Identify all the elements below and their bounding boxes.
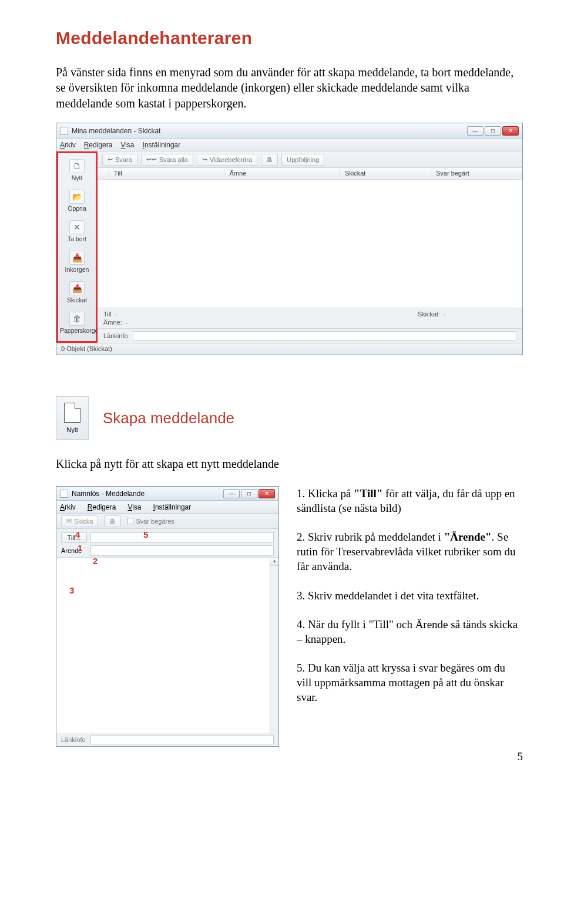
menu-arkiv[interactable]: Arkiv <box>60 503 76 511</box>
btn-vidarebefordra[interactable]: ↪Vidarebefordra <box>197 154 258 166</box>
side-toolbar: 🗋Nytt 📂Öppna ✕Ta bort 📥Inkorgen 📤Skickat… <box>56 151 98 343</box>
field-arende[interactable] <box>90 545 274 556</box>
steps-list: 1. Klicka på "Till" för att välja, du få… <box>297 486 523 719</box>
annot-3: 3 <box>69 585 74 595</box>
menu-redigera[interactable]: Redigera <box>84 141 113 149</box>
col-till[interactable]: Till <box>109 168 224 179</box>
btn-label: Skicka <box>74 518 93 525</box>
doc-icon <box>64 403 80 423</box>
titlebar[interactable]: Mina meddelanden - Skickat — □ ✕ <box>56 123 522 139</box>
window-title: Mina meddelanden - Skickat <box>72 127 160 135</box>
btn-uppfoljning[interactable]: Uppfoljning <box>281 154 324 166</box>
menubar: Arkiv Redigera Visa Inställningar <box>56 139 522 151</box>
menu-installningar[interactable]: Inställningar <box>143 141 181 149</box>
annot-1: 1 <box>78 543 82 553</box>
lbl-arende: Ärende <box>61 547 87 554</box>
page-title: Meddelandehanteraren <box>56 28 523 48</box>
chk-svarbegaras[interactable]: Svar begäres <box>127 518 174 525</box>
btn-label: Uppfoljning <box>287 156 319 163</box>
minimize-button[interactable]: — <box>223 489 240 498</box>
lead-text: Klicka på nytt för att skapa ett nytt me… <box>56 457 523 471</box>
menu-arkiv[interactable]: Arkiv <box>60 141 76 149</box>
scroll-up-icon[interactable]: ▴ <box>270 558 278 566</box>
step-text: 4. När du fyllt i "Till" och Ärende så t… <box>297 617 523 646</box>
sidebtn-tabort[interactable]: ✕Ta bort <box>60 217 94 247</box>
step-text: 1. Klicka på <box>297 487 354 500</box>
doc-icon: 🗋 <box>69 159 85 173</box>
menu-redigera[interactable]: Redigera <box>88 503 116 511</box>
trash-icon: 🗑 <box>69 312 85 326</box>
step-bold: "Till" <box>354 487 382 500</box>
btn-svaraalla[interactable]: ↩↩Svara alla <box>141 154 193 166</box>
compose-window: Namnlös - Meddelande — □ ✕ Arkiv Rediger… <box>56 486 279 747</box>
intro-paragraph: På vänster sida finns en menyrad som du … <box>56 65 523 111</box>
page-number: 5 <box>56 750 523 763</box>
nytt-big-button[interactable]: Nytt <box>56 396 89 440</box>
sidebtn-label: Papperskorgen <box>60 327 102 334</box>
window-icon <box>60 127 68 135</box>
btn-label: Svara alla <box>159 156 188 163</box>
maximize-button[interactable]: □ <box>241 489 257 498</box>
close-button[interactable]: ✕ <box>502 126 519 136</box>
messages-window: Mina meddelanden - Skickat — □ ✕ Arkiv R… <box>56 123 523 355</box>
field-till[interactable] <box>90 532 274 543</box>
sidebtn-nytt[interactable]: 🗋Nytt <box>60 156 94 186</box>
btn-till[interactable]: Till... <box>61 532 87 543</box>
message-list[interactable] <box>98 180 522 308</box>
chk-label: Svar begäres <box>136 518 174 525</box>
sent-icon: 📤 <box>69 281 85 295</box>
nytt-label: Nytt <box>66 426 78 433</box>
linkinfo-field[interactable] <box>90 735 274 744</box>
print-icon: 🖶 <box>266 156 273 163</box>
sidebtn-skickat[interactable]: 📤Skickat <box>60 278 94 308</box>
status-bar: 0 Objekt (Skickat) <box>56 343 522 355</box>
detail-pane: Till - Ämne: - Skickat: - <box>98 308 522 328</box>
btn-print[interactable]: 🖶 <box>261 154 278 166</box>
reply-icon: ↩ <box>108 156 113 163</box>
step-text: 2. Skriv rubrik på meddelandet i <box>297 531 444 543</box>
linkinfo-row: Länkinfo <box>98 328 522 343</box>
linkinfo-field[interactable] <box>133 331 516 340</box>
val-amne: - <box>126 319 128 326</box>
sidebtn-label: Nytt <box>72 174 83 181</box>
sidebtn-oppna[interactable]: 📂Öppna <box>60 186 94 217</box>
lbl-linkinfo: Länkinfo <box>103 332 128 339</box>
annot-4: 4 <box>75 530 80 539</box>
lbl-linkinfo: Länkinfo <box>61 736 86 743</box>
btn-svara[interactable]: ↩Svara <box>102 154 137 166</box>
compose-body[interactable]: ▴ <box>56 557 278 733</box>
inbox-icon: 📥 <box>69 251 85 265</box>
sidebtn-inkorgen[interactable]: 📥Inkorgen <box>60 247 94 278</box>
forward-icon: ↪ <box>202 156 207 163</box>
btn-label: Svara <box>115 156 132 163</box>
close-button[interactable]: ✕ <box>258 489 275 498</box>
sidebtn-label: Skickat <box>67 296 87 303</box>
menu-visa[interactable]: Visa <box>127 503 141 511</box>
sub-heading: Skapa meddelande <box>103 409 234 427</box>
col-svarbegart[interactable]: Svar begärt <box>431 168 522 179</box>
sidebtn-papperskorg[interactable]: 🗑Papperskorgen <box>60 308 94 339</box>
scrollbar[interactable]: ▴ <box>270 558 278 733</box>
annot-2: 2 <box>93 556 98 566</box>
btn-label: Vidarebefordra <box>210 156 253 163</box>
minimize-button[interactable]: — <box>467 126 484 136</box>
step-text: 3. Skriv meddelandet i det vita textfält… <box>297 588 523 603</box>
titlebar[interactable]: Namnlös - Meddelande — □ ✕ <box>56 487 278 501</box>
sidebtn-label: Ta bort <box>68 235 86 242</box>
step-text: 5. Du kan välja att kryssa i svar begäre… <box>297 660 523 704</box>
col-amne[interactable]: Ämne <box>224 168 340 179</box>
print-icon: 🖶 <box>109 518 116 525</box>
menu-installningar[interactable]: Inställningar <box>153 503 192 511</box>
maximize-button[interactable]: □ <box>485 126 501 136</box>
btn-skicka[interactable]: ✉Skicka <box>61 515 98 527</box>
replyall-icon: ↩↩ <box>146 156 157 163</box>
list-header: Till Ämne Skickat Svar begärt <box>98 168 522 180</box>
lbl-skickat: Skickat: <box>418 311 441 318</box>
menu-visa[interactable]: Visa <box>120 141 134 149</box>
open-icon: 📂 <box>69 190 85 204</box>
lbl-till: Till <box>103 311 112 318</box>
col-skickat[interactable]: Skickat <box>340 168 431 179</box>
annot-5: 5 <box>143 530 148 539</box>
btn-print[interactable]: 🖶 <box>104 515 121 527</box>
window-icon <box>60 490 68 498</box>
